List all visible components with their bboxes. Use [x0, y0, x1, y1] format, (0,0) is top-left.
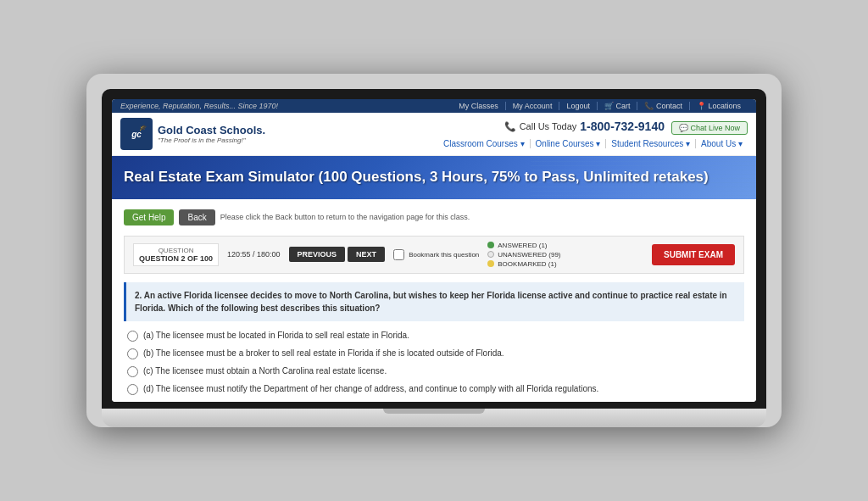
school-tagline: "The Proof is in the Passing!": [158, 136, 265, 145]
hero-banner: Real Estate Exam Simulator (100 Question…: [112, 156, 756, 198]
unanswered-dot: [487, 251, 494, 258]
chat-button[interactable]: 💬 Chat Live Now: [671, 121, 748, 135]
bookmarked-stat: BOOKMARKED (1): [487, 260, 643, 268]
get-help-button[interactable]: Get Help: [124, 209, 174, 225]
answer-a: (a) The licensee must be located in Flor…: [127, 330, 741, 342]
logo-icon: gc 🎓: [120, 118, 153, 150]
answer-d-radio[interactable]: [127, 384, 138, 395]
main-navigation: gc 🎓 Gold Coast Schools. "The Proof is i…: [112, 113, 756, 156]
screen-bezel: Experience, Reputation, Results... Since…: [102, 89, 766, 408]
laptop-frame: Experience, Reputation, Results... Since…: [86, 74, 782, 426]
top-navigation-bar: Experience, Reputation, Results... Since…: [112, 99, 756, 113]
answer-b-radio[interactable]: [127, 348, 138, 359]
bookmark-label: Bookmark this question: [409, 251, 479, 259]
quiz-controls: QUESTION QUESTION 2 OF 100 120:55 / 180:…: [124, 236, 744, 274]
student-resources-link[interactable]: Student Resources ▾: [606, 139, 696, 148]
nav-buttons: PREVIOUS NEXT: [289, 247, 386, 262]
previous-button[interactable]: PREVIOUS: [289, 247, 346, 262]
answer-c: (c) The licensee must obtain a North Car…: [127, 365, 741, 377]
answer-b: (b) The licensee must be a broker to sel…: [127, 348, 741, 359]
online-courses-link[interactable]: Online Courses ▾: [531, 139, 607, 148]
question-counter: QUESTION QUESTION 2 OF 100: [133, 243, 219, 266]
phone-line: 📞 Call Us Today 1-800-732-9140: [504, 120, 665, 133]
submit-exam-button[interactable]: SUBMIT EXAM: [652, 244, 735, 265]
bookmarked-dot: [487, 260, 494, 267]
answered-label: ANSWERED (1): [498, 242, 547, 249]
answer-c-radio[interactable]: [127, 366, 138, 377]
question-text: 2. An active Florida licensee decides to…: [124, 282, 744, 321]
my-classes-link[interactable]: My Classes: [459, 102, 506, 110]
laptop-base: [102, 409, 766, 427]
answer-b-text: (b) The licensee must be a broker to sel…: [143, 348, 504, 359]
answer-c-text: (c) The licensee must obtain a North Car…: [143, 365, 387, 377]
my-account-link[interactable]: My Account: [513, 102, 560, 110]
logout-link[interactable]: Logout: [566, 102, 598, 110]
school-name: Gold Coast Schools.: [158, 124, 265, 137]
bookmarked-label: BOOKMARKED (1): [498, 260, 556, 268]
locations-link[interactable]: 📍 Locations: [697, 102, 748, 110]
answers-list: (a) The licensee must be located in Flor…: [124, 330, 744, 395]
answer-a-text: (a) The licensee must be located in Flor…: [143, 330, 409, 342]
classroom-courses-link[interactable]: Classroom Courses ▾: [438, 139, 531, 148]
answer-d-text: (d) The licensee must notify the Departm…: [143, 383, 598, 395]
contact-link[interactable]: 📞 Contact: [644, 102, 690, 110]
about-us-link[interactable]: About Us ▾: [696, 139, 748, 148]
phone-number: 1-800-732-9140: [580, 120, 665, 133]
action-bar: Get Help Back Please click the Back butt…: [124, 206, 744, 229]
stats-area: ANSWERED (1) UNANSWERED (99) BOOKMARKED …: [487, 242, 643, 268]
unanswered-stat: UNANSWERED (99): [487, 251, 643, 259]
bookmark-checkbox[interactable]: [393, 249, 404, 260]
logo-area: gc 🎓 Gold Coast Schools. "The Proof is i…: [120, 118, 265, 150]
next-button[interactable]: NEXT: [348, 247, 385, 262]
help-text: Please click the Back button to return t…: [220, 213, 470, 221]
back-button[interactable]: Back: [179, 209, 214, 225]
sub-nav-links: Classroom Courses ▾ Online Courses ▾ Stu…: [438, 139, 748, 148]
answered-dot: [487, 242, 494, 248]
unanswered-label: UNANSWERED (99): [498, 251, 560, 259]
question-number: QUESTION 2 OF 100: [139, 254, 213, 263]
answer-d: (d) The licensee must notify the Departm…: [127, 383, 741, 395]
answered-stat: ANSWERED (1): [487, 242, 643, 249]
call-us-label: Call Us Today: [520, 121, 577, 131]
cart-link[interactable]: 🛒 Cart: [604, 102, 638, 110]
top-nav-links: My Classes My Account Logout 🛒 Cart 📞 Co…: [459, 102, 748, 110]
nav-right: 📞 Call Us Today 1-800-732-9140 💬 Chat Li…: [438, 120, 748, 148]
timer-display: 120:55 / 180:00: [227, 250, 281, 259]
tagline: Experience, Reputation, Results... Since…: [120, 102, 278, 110]
content-area: Get Help Back Please click the Back butt…: [112, 199, 756, 402]
answer-a-radio[interactable]: [127, 331, 138, 342]
screen: Experience, Reputation, Results... Since…: [112, 99, 756, 401]
logo-text: Gold Coast Schools. "The Proof is in the…: [158, 124, 265, 145]
hero-title: Real Estate Exam Simulator (100 Question…: [124, 168, 744, 186]
bookmark-area[interactable]: Bookmark this question: [393, 249, 479, 260]
